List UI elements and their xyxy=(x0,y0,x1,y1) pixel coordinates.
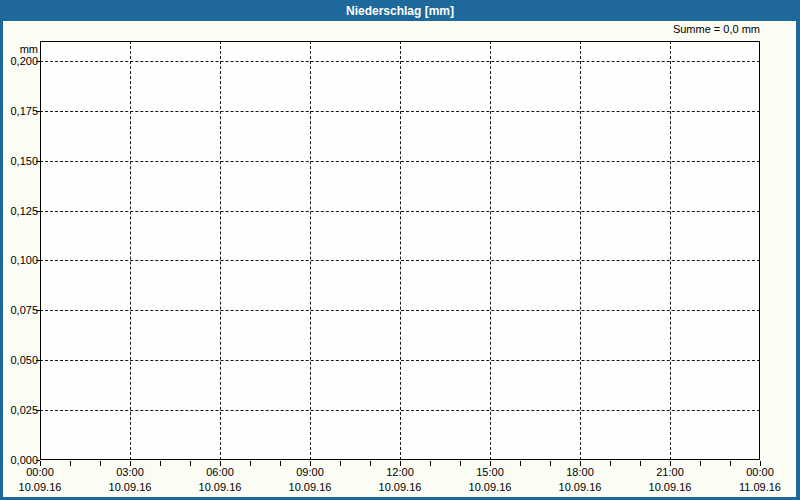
x-minor-tick xyxy=(250,461,251,466)
y-tick-label: 0,100 xyxy=(3,253,38,267)
x-tick-date: 10.09.16 xyxy=(535,480,625,495)
x-gridline xyxy=(310,41,311,460)
x-minor-tick xyxy=(580,461,581,466)
y-tick-mark xyxy=(36,360,40,361)
x-tick-label: 00:0010.09.16 xyxy=(0,465,85,495)
x-tick-label: 06:0010.09.16 xyxy=(175,465,265,495)
x-tick-date: 10.09.16 xyxy=(625,480,715,495)
x-tick-date: 10.09.16 xyxy=(175,480,265,495)
x-tick-date: 10.09.16 xyxy=(85,480,175,495)
x-minor-tick xyxy=(610,461,611,466)
x-gridline xyxy=(580,41,581,460)
x-minor-tick xyxy=(310,461,311,466)
y-tick-mark xyxy=(36,310,40,311)
x-tick-time: 00:00 xyxy=(746,466,774,478)
x-minor-tick xyxy=(100,461,101,466)
x-gridline xyxy=(130,41,131,460)
y-tick-mark xyxy=(36,111,40,112)
x-tick-label: 03:0010.09.16 xyxy=(85,465,175,495)
y-tick-label: 0,125 xyxy=(3,204,38,218)
x-tick-time: 09:00 xyxy=(296,466,324,478)
y-tick-label: 0,025 xyxy=(3,403,38,417)
x-tick-date: 10.09.16 xyxy=(265,480,355,495)
x-minor-tick xyxy=(640,461,641,466)
x-tick-label: 12:0010.09.16 xyxy=(355,465,445,495)
x-minor-tick xyxy=(280,461,281,466)
x-minor-tick xyxy=(160,461,161,466)
x-tick-label: 09:0010.09.16 xyxy=(265,465,355,495)
x-tick-time: 06:00 xyxy=(206,466,234,478)
x-minor-tick xyxy=(700,461,701,466)
x-minor-tick xyxy=(670,461,671,466)
x-minor-tick xyxy=(430,461,431,466)
y-tick-label: 0,050 xyxy=(3,353,38,367)
x-tick-time: 03:00 xyxy=(116,466,144,478)
x-tick-time: 21:00 xyxy=(656,466,684,478)
x-minor-tick xyxy=(490,461,491,466)
chart-title: Niederschlag [mm] xyxy=(346,4,454,18)
x-gridline xyxy=(490,41,491,460)
y-tick-label: 0,200 xyxy=(3,54,38,68)
x-minor-tick xyxy=(400,461,401,466)
chart-title-bar: Niederschlag [mm] xyxy=(0,0,800,21)
y-tick-mark xyxy=(36,211,40,212)
x-gridline xyxy=(670,41,671,460)
x-tick-time: 00:00 xyxy=(26,466,54,478)
x-tick-time: 15:00 xyxy=(476,466,504,478)
x-minor-tick xyxy=(550,461,551,466)
x-minor-tick xyxy=(40,461,41,466)
chart-window: Niederschlag [mm] Summe = 0,0 mm mm 0,20… xyxy=(0,0,800,500)
y-tick-mark xyxy=(36,260,40,261)
x-minor-tick xyxy=(520,461,521,466)
x-minor-tick xyxy=(730,461,731,466)
sum-annotation: Summe = 0,0 mm xyxy=(3,23,760,35)
x-minor-tick xyxy=(460,461,461,466)
y-tick-label: 0,075 xyxy=(3,303,38,317)
x-minor-tick xyxy=(760,461,761,466)
x-minor-tick xyxy=(340,461,341,466)
x-minor-tick xyxy=(130,461,131,466)
y-tick-mark xyxy=(36,61,40,62)
plot-area xyxy=(40,41,760,460)
y-tick-mark xyxy=(36,161,40,162)
y-tick-label: 0,175 xyxy=(3,104,38,118)
y-tick-label: 0,150 xyxy=(3,154,38,168)
x-tick-time: 18:00 xyxy=(566,466,594,478)
x-minor-tick xyxy=(220,461,221,466)
x-tick-date: 10.09.16 xyxy=(445,480,535,495)
x-tick-label: 21:0010.09.16 xyxy=(625,465,715,495)
x-tick-time: 12:00 xyxy=(386,466,414,478)
x-tick-date: 10.09.16 xyxy=(0,480,85,495)
x-tick-label: 15:0010.09.16 xyxy=(445,465,535,495)
y-tick-mark xyxy=(36,410,40,411)
x-minor-tick xyxy=(70,461,71,466)
x-minor-tick xyxy=(190,461,191,466)
x-tick-date: 11.09.16 xyxy=(715,480,800,495)
x-tick-date: 10.09.16 xyxy=(355,480,445,495)
x-tick-label: 18:0010.09.16 xyxy=(535,465,625,495)
x-gridline xyxy=(400,41,401,460)
x-tick-label: 00:0011.09.16 xyxy=(715,465,800,495)
x-gridline xyxy=(220,41,221,460)
x-minor-tick xyxy=(370,461,371,466)
